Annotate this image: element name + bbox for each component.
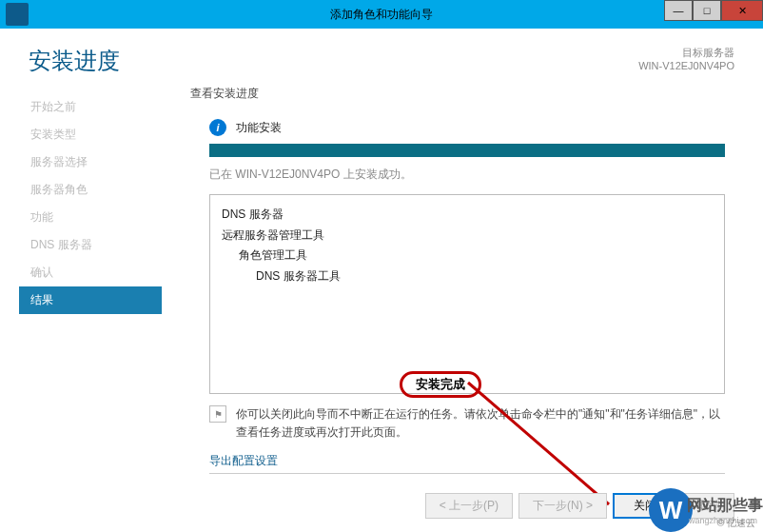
note-row: ⚑ 你可以关闭此向导而不中断正在运行的任务。请依次单击命令栏中的"通知"和"任务… [209, 405, 725, 442]
footer-buttons: < 上一步(P) 下一步(N) > 关闭 取消 [425, 493, 734, 519]
sidebar-item-before-you-begin: 开始之前 [19, 93, 162, 121]
flag-icon: ⚑ [209, 405, 226, 423]
sidebar-item-install-type: 安装类型 [19, 121, 162, 148]
feature-install-label: 功能安装 [236, 120, 282, 136]
result-line-rsat: 远程服务器管理工具 [222, 226, 713, 246]
sidebar-item-server-roles: 服务器角色 [19, 176, 162, 204]
target-value: WIN-V12EJ0NV4PO [638, 60, 734, 71]
maximize-button[interactable]: □ [693, 0, 721, 21]
results-box: DNS 服务器 远程服务器管理工具 角色管理工具 DNS 服务器工具 [209, 194, 725, 394]
note-text: 你可以关闭此向导而不中断正在运行的任务。请依次单击命令栏中的"通知"和"任务详细… [236, 405, 725, 442]
main-panel: 查看安装进度 i 功能安装 已在 WIN-V12EJ0NV4PO 上安装成功。 … [162, 86, 744, 474]
header: 安装进度 目标服务器 WIN-V12EJ0NV4PO [0, 29, 763, 86]
sidebar-item-confirmation: 确认 [19, 259, 162, 286]
minimize-button[interactable]: — [664, 0, 693, 21]
result-line-dns-tools: DNS 服务器工具 [256, 266, 713, 287]
window-title: 添加角色和功能向导 [330, 7, 433, 23]
body: 开始之前 安装类型 服务器选择 服务器角色 功能 DNS 服务器 确认 结果 查… [0, 86, 763, 474]
progress-bar [209, 144, 725, 157]
sidebar-item-features: 功能 [19, 204, 162, 231]
watermark-sub: © 亿速云 [717, 517, 755, 530]
titlebar: 添加角色和功能向导 — □ ✕ [0, 0, 763, 29]
success-message: 已在 WIN-V12EJ0NV4PO 上安装成功。 [209, 167, 744, 183]
sidebar: 开始之前 安装类型 服务器选择 服务器角色 功能 DNS 服务器 确认 结果 [19, 86, 162, 474]
target-label: 目标服务器 [638, 46, 734, 60]
target-server: 目标服务器 WIN-V12EJ0NV4PO [638, 46, 734, 71]
sidebar-item-dns-server: DNS 服务器 [19, 231, 162, 259]
previous-button: < 上一步(P) [425, 493, 513, 519]
page-title: 安装进度 [29, 46, 120, 76]
result-line-dns: DNS 服务器 [222, 205, 713, 226]
next-button: 下一步(N) > [518, 493, 607, 519]
close-wizard-button[interactable]: 关闭 [613, 493, 677, 519]
divider [209, 473, 725, 474]
window-controls: — □ ✕ [664, 0, 763, 21]
result-line-role-tools: 角色管理工具 [239, 246, 713, 266]
app-icon [6, 3, 29, 26]
sidebar-item-results: 结果 [19, 286, 162, 314]
info-icon: i [209, 119, 226, 136]
export-config-link[interactable]: 导出配置设置 [209, 453, 278, 469]
cancel-button: 取消 [683, 493, 734, 519]
sidebar-item-server-selection: 服务器选择 [19, 148, 162, 176]
view-progress-label: 查看安装进度 [190, 86, 744, 102]
close-button[interactable]: ✕ [721, 0, 763, 21]
status-row: i 功能安装 [209, 119, 744, 136]
